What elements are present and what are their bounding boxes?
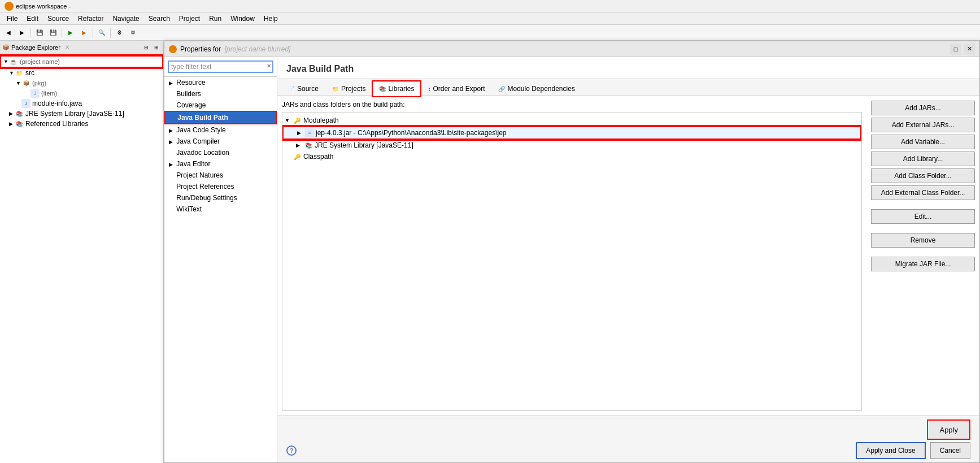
tab-projects[interactable]: 📁 Projects <box>326 81 372 96</box>
remove-btn[interactable]: Remove <box>871 233 975 248</box>
tree-jre-label: JRE System Library [JavaSE-11] <box>25 110 124 118</box>
toolbar-debug[interactable]: ▶ <box>78 27 90 39</box>
tree-jre[interactable]: ▶ 📚 JRE System Library [JavaSE-11] <box>0 109 163 119</box>
help-icon[interactable]: ? <box>286 445 297 456</box>
add-jars-btn[interactable]: Add JARs... <box>871 101 975 115</box>
menu-edit[interactable]: Edit <box>22 14 43 24</box>
toolbar-sep-3 <box>93 28 93 38</box>
sidebar-tree: ▶ Resource Builders Coverage Java Build <box>164 77 277 462</box>
toolbar-forward[interactable]: ▶ <box>16 27 28 39</box>
file-tree: ▼ ☕ (project name) ▼ 📁 src ▼ 📦 (pkg) J (… <box>0 54 163 463</box>
tab-libraries[interactable]: 📚 Libraries <box>373 81 420 96</box>
bp-arrow-jre: ▶ <box>296 142 304 148</box>
dialog-title: Properties for [project name blurred] <box>180 45 950 53</box>
menu-source[interactable]: Source <box>43 14 73 24</box>
tab-module-deps[interactable]: 🔗 Module Dependencies <box>492 81 581 96</box>
toolbar-sep-2 <box>62 28 62 38</box>
title-text: eclipse-workspace - <box>16 3 71 10</box>
dialog-close-btn[interactable]: ✕ <box>964 44 975 55</box>
toolbar-misc1[interactable]: ⚙ <box>113 27 125 39</box>
tree-ref-libs[interactable]: ▶ 📚 Referenced Libraries <box>0 119 163 129</box>
bp-jep-jar[interactable]: ▶ ≡ jep-4.0.3.jar - C:\Apps\Python\Anaco… <box>282 126 861 140</box>
tab-source[interactable]: 📄 Source <box>282 81 325 96</box>
apply-close-btn[interactable]: Apply and Close <box>856 442 925 459</box>
menu-project[interactable]: Project <box>175 14 204 24</box>
tree-src[interactable]: ▼ 📁 src <box>0 68 163 78</box>
add-external-class-folder-btn[interactable]: Add External Class Folder... <box>871 185 975 200</box>
sidebar-item-resource[interactable]: ▶ Resource <box>164 77 277 88</box>
dialog-maximize-btn[interactable]: □ <box>950 44 961 55</box>
panel-actions: ⊟ ⊞ <box>142 43 161 52</box>
sidebar-arrow-wt <box>169 207 175 213</box>
toolbar-misc2[interactable]: ⚙ <box>127 27 139 39</box>
bp-modulepath[interactable]: ▼ 🔑 Modulepath <box>282 115 861 126</box>
project-icon: ☕ <box>9 57 18 66</box>
tab-order-export[interactable]: ↕ Order and Export <box>421 81 491 96</box>
bp-jre-system[interactable]: ▶ 📚 JRE System Library [JavaSE-11] <box>282 140 861 151</box>
tab-projects-icon: 📁 <box>332 86 339 92</box>
properties-dialog: Properties for [project name blurred] □ … <box>164 41 980 463</box>
menu-window[interactable]: Window <box>226 14 259 24</box>
sidebar-arrow-pn <box>169 173 175 179</box>
tree-project-root[interactable]: ▼ ☕ (project name) <box>0 55 163 68</box>
add-class-folder-btn[interactable]: Add Class Folder... <box>871 168 975 183</box>
toolbar-back[interactable]: ◀ <box>2 27 15 39</box>
tab-module-deps-icon: 🔗 <box>498 86 505 92</box>
tab-order-export-icon: ↕ <box>428 86 430 92</box>
sidebar-arrow-jbp <box>170 115 176 121</box>
btn-gap-1 <box>871 202 975 207</box>
package-explorer-close-x[interactable]: ✕ <box>65 44 69 50</box>
menu-file[interactable]: File <box>2 14 22 24</box>
toolbar-run[interactable]: ▶ <box>64 27 77 39</box>
jre-lib-icon: 📚 <box>15 109 24 118</box>
cancel-btn[interactable]: Cancel <box>930 442 970 459</box>
tree-arrow-pkg: ▼ <box>16 80 21 86</box>
build-path-tree[interactable]: ▼ 🔑 Modulepath ▶ ≡ jep-4.0.3.jar - C:\Ap… <box>282 112 862 411</box>
tree-pkg-label: (pkg) <box>32 80 46 86</box>
sidebar-item-java-code-style[interactable]: ▶ Java Code Style <box>164 124 277 136</box>
filter-clear-btn[interactable]: ✕ <box>267 63 271 69</box>
menu-refactor[interactable]: Refactor <box>73 14 108 24</box>
sidebar-item-project-natures[interactable]: Project Natures <box>164 170 277 181</box>
sidebar-item-run-debug[interactable]: Run/Debug Settings <box>164 192 277 204</box>
tree-arrow: ▼ <box>3 59 9 64</box>
add-variable-btn[interactable]: Add Variable... <box>871 135 975 149</box>
package-explorer-icon: 📦 <box>2 44 9 50</box>
tree-pkg-item[interactable]: J (item) <box>0 88 163 98</box>
toolbar-search[interactable]: 🔍 <box>95 27 108 39</box>
sidebar-arrow-rd <box>169 196 175 201</box>
menu-navigate[interactable]: Navigate <box>108 14 143 24</box>
migrate-jar-btn[interactable]: Migrate JAR File... <box>871 257 975 271</box>
add-library-btn[interactable]: Add Library... <box>871 152 975 166</box>
sidebar-item-java-editor[interactable]: ▶ Java Editor <box>164 158 277 170</box>
footer-row1: Apply <box>277 416 979 441</box>
sidebar-item-javadoc[interactable]: Javadoc Location <box>164 147 277 158</box>
sidebar-item-java-build-path[interactable]: Java Build Path <box>164 111 277 124</box>
sidebar-item-coverage[interactable]: Coverage <box>164 99 277 111</box>
bp-classpath[interactable]: 🔑 Classpath <box>282 151 861 162</box>
add-external-jars-btn[interactable]: Add External JARs... <box>871 118 975 132</box>
menu-help[interactable]: Help <box>259 14 282 24</box>
filter-input[interactable] <box>168 60 273 73</box>
tree-module-info[interactable]: J module-info.java <box>0 98 163 109</box>
apply-btn[interactable]: Apply <box>927 419 970 440</box>
tree-pkg[interactable]: ▼ 📦 (pkg) <box>0 78 163 88</box>
sidebar-item-wikitext[interactable]: WikiText <box>164 204 277 215</box>
menu-run[interactable]: Run <box>204 14 226 24</box>
panel-maximize[interactable]: ⊞ <box>152 43 161 52</box>
edit-btn[interactable]: Edit... <box>871 209 975 224</box>
dialog-sidebar: ✕ ▶ Resource Builders Coverage <box>164 57 277 462</box>
panel-minimize[interactable]: ⊟ <box>142 43 151 52</box>
sidebar-arrow-je: ▶ <box>169 162 175 167</box>
sidebar-item-project-references[interactable]: Project References <box>164 181 277 192</box>
toolbar-save-all[interactable]: 💾 <box>47 27 59 39</box>
build-path-label: JARs and class folders on the build path… <box>282 101 862 109</box>
sidebar-item-builders[interactable]: Builders <box>164 88 277 99</box>
content-header: Java Build Path <box>277 57 979 79</box>
menu-search[interactable]: Search <box>144 14 175 24</box>
toolbar-save[interactable]: 💾 <box>33 27 46 39</box>
dialog-body: ✕ ▶ Resource Builders Coverage <box>164 57 979 462</box>
dialog-icon <box>169 45 177 53</box>
footer-help-area: ? <box>286 445 297 456</box>
sidebar-item-java-compiler[interactable]: ▶ Java Compiler <box>164 136 277 147</box>
